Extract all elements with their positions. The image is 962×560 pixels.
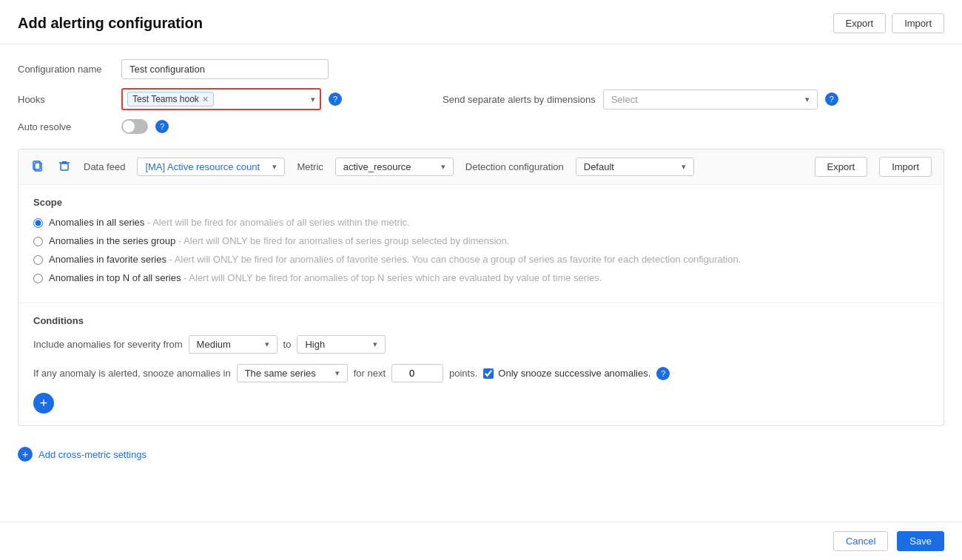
cross-metric-add-icon: + xyxy=(18,447,33,462)
card-import-button[interactable]: Import xyxy=(879,157,932,177)
scope-label-topn: Anomalies in top N of all series - Alert… xyxy=(49,272,602,283)
page-title: Add alerting configuration xyxy=(18,15,203,32)
card-toolbar: Data feed [MA] Active resource count ▾ M… xyxy=(18,149,944,185)
detection-config-chevron-icon: ▾ xyxy=(682,162,686,172)
config-name-field-group: Configuration name xyxy=(18,59,329,79)
snooze-series-select[interactable]: The same series ▾ xyxy=(237,364,348,382)
svg-rect-2 xyxy=(61,163,68,170)
scope-option-group-desc: - Alert will ONLY be fired for anomalies… xyxy=(178,235,510,246)
snooze-checkbox-text: Only snooze successive anomalies. xyxy=(498,368,650,379)
scope-label-all: Anomalies in all series - Alert will be … xyxy=(49,217,410,228)
hooks-dropdown-arrow-icon[interactable]: ▾ xyxy=(311,95,315,104)
save-button[interactable]: Save xyxy=(897,531,944,551)
cross-metric-row[interactable]: + Add cross-metric settings xyxy=(18,438,944,465)
data-feed-label: Data feed xyxy=(84,161,125,172)
severity-to-chevron-icon: ▾ xyxy=(373,340,377,349)
send-alerts-select[interactable]: Select ▾ xyxy=(603,90,818,109)
config-name-row: Configuration name xyxy=(18,59,944,79)
metric-select[interactable]: active_resource ▾ xyxy=(335,158,454,176)
scope-option-group-label: Anomalies in the series group xyxy=(49,235,175,246)
snooze-checkbox[interactable] xyxy=(483,368,494,379)
snooze-checkbox-label: Only snooze successive anomalies. xyxy=(483,368,650,379)
metric-label: Metric xyxy=(297,161,323,172)
data-feed-chevron-icon: ▾ xyxy=(272,162,277,172)
scope-option-favorite-desc: - Alert will ONLY be fired for anomalies… xyxy=(169,254,741,265)
hook-tag-label: Test Teams hook xyxy=(132,94,199,104)
severity-from-chevron-icon: ▾ xyxy=(265,340,269,349)
config-name-input[interactable] xyxy=(121,59,329,79)
config-name-label: Configuration name xyxy=(18,64,114,75)
detection-config-label: Detection configuration xyxy=(465,161,564,172)
add-condition-row: + xyxy=(33,393,929,414)
severity-to-value: High xyxy=(305,339,325,350)
scope-option-topn-desc: - Alert will ONLY be fired for anomalies… xyxy=(184,272,602,283)
snooze-prefix-label: If any anomaly is alerted, snooze anomal… xyxy=(33,368,231,379)
severity-to-select[interactable]: High ▾ xyxy=(297,335,386,354)
snooze-points-input[interactable] xyxy=(391,364,443,382)
metric-value: active_resource xyxy=(343,161,411,172)
scope-option-group: Anomalies in the series group - Alert wi… xyxy=(33,235,929,246)
trash-icon[interactable] xyxy=(57,158,72,175)
detection-config-select[interactable]: Default ▾ xyxy=(576,158,694,176)
scope-label-favorite: Anomalies in favorite series - Alert wil… xyxy=(49,254,741,265)
svg-rect-4 xyxy=(62,161,67,163)
card-export-button[interactable]: Export xyxy=(815,157,868,177)
snooze-row: If any anomaly is alerted, snooze anomal… xyxy=(33,364,929,382)
scope-radio-topn[interactable] xyxy=(33,274,43,283)
severity-from-value: Medium xyxy=(197,339,231,350)
hooks-row: Hooks Test Teams hook ✕ ▾ ? Send separat… xyxy=(18,88,944,110)
conditions-title: Conditions xyxy=(33,315,929,326)
scope-radio-group[interactable] xyxy=(33,237,43,246)
to-label: to xyxy=(283,339,292,350)
scope-option-all: Anomalies in all series - Alert will be … xyxy=(33,217,929,228)
scope-option-topn-label: Anomalies in top N of all series xyxy=(49,272,181,283)
scope-title: Scope xyxy=(33,197,929,208)
scope-option-favorite-label: Anomalies in favorite series xyxy=(49,254,166,265)
import-button[interactable]: Import xyxy=(892,13,944,33)
scope-radio-favorite[interactable] xyxy=(33,255,43,265)
hook-tag-close-icon[interactable]: ✕ xyxy=(202,95,209,104)
auto-resolve-help-icon[interactable]: ? xyxy=(155,120,169,133)
cancel-button[interactable]: Cancel xyxy=(833,531,888,551)
for-next-label: for next xyxy=(354,368,386,379)
send-alerts-field-group: Send separate alerts by dimensions Selec… xyxy=(443,90,838,109)
hooks-help-icon[interactable]: ? xyxy=(329,92,342,106)
copy-icon[interactable] xyxy=(30,158,45,175)
metric-chevron-icon: ▾ xyxy=(441,162,445,172)
auto-resolve-label: Auto resolve xyxy=(18,121,114,132)
send-alerts-chevron-icon: ▾ xyxy=(805,95,810,104)
scope-label-group: Anomalies in the series group - Alert wi… xyxy=(49,235,509,246)
scope-radio-all[interactable] xyxy=(33,218,43,228)
detection-config-value: Default xyxy=(584,161,614,172)
scope-option-favorite: Anomalies in favorite series - Alert wil… xyxy=(33,254,929,265)
include-label: Include anomalies for severity from xyxy=(33,339,183,350)
snooze-series-value: The same series xyxy=(245,368,316,379)
content-area: Configuration name Hooks Test Teams hook… xyxy=(0,44,962,479)
conditions-section: Conditions Include anomalies for severit… xyxy=(18,303,944,425)
cross-metric-label: Add cross-metric settings xyxy=(38,449,147,460)
scope-option-topn: Anomalies in top N of all series - Alert… xyxy=(33,272,929,283)
snooze-chevron-icon: ▾ xyxy=(335,368,340,378)
footer: Cancel Save xyxy=(0,522,962,560)
hook-tag: Test Teams hook ✕ xyxy=(127,92,214,107)
severity-from-select[interactable]: Medium ▾ xyxy=(189,335,278,354)
send-alerts-help-icon[interactable]: ? xyxy=(825,92,838,106)
scope-section: Scope Anomalies in all series - Alert wi… xyxy=(18,185,944,303)
config-card: Data feed [MA] Active resource count ▾ M… xyxy=(18,149,944,426)
auto-resolve-row: Auto resolve ? xyxy=(18,119,944,134)
points-label: points. xyxy=(449,368,477,379)
auto-resolve-toggle[interactable] xyxy=(121,119,148,134)
severity-row: Include anomalies for severity from Medi… xyxy=(33,335,929,354)
scope-option-all-desc: - Alert will be fired for anomalies of a… xyxy=(147,217,410,228)
hooks-field-group: Hooks Test Teams hook ✕ ▾ ? xyxy=(18,88,342,110)
export-button[interactable]: Export xyxy=(833,13,887,33)
scope-option-all-label: Anomalies in all series xyxy=(49,217,144,228)
hooks-label: Hooks xyxy=(18,94,114,105)
snooze-help-icon[interactable]: ? xyxy=(656,367,670,380)
add-condition-button[interactable]: + xyxy=(33,393,54,414)
header-actions: Export Import xyxy=(833,13,944,33)
data-feed-select[interactable]: [MA] Active resource count ▾ xyxy=(137,158,285,176)
data-feed-value: [MA] Active resource count xyxy=(145,161,260,172)
hooks-input-container[interactable]: Test Teams hook ✕ ▾ xyxy=(121,88,321,110)
send-alerts-label: Send separate alerts by dimensions xyxy=(443,94,596,105)
